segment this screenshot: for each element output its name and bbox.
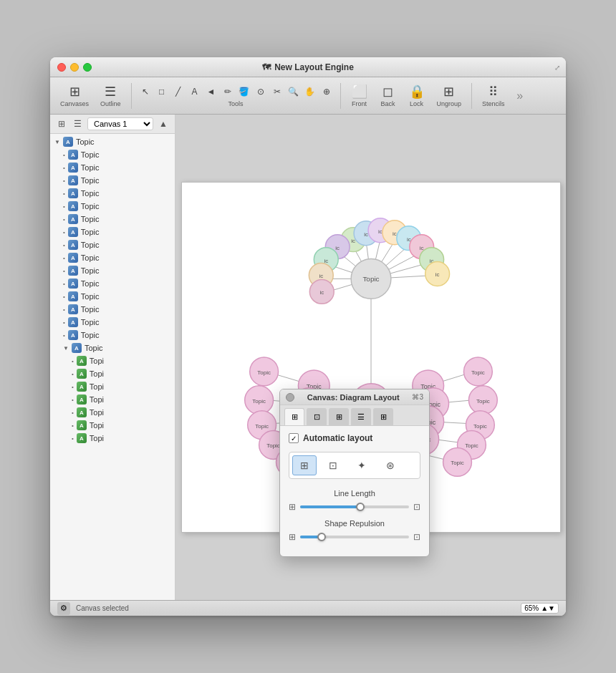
back-button[interactable]: ◻ Back	[375, 82, 401, 110]
svg-text:Topic: Topic	[465, 442, 478, 449]
dialog-tabs: ⊞ ⊡ ⊞ ☰ ⊞	[280, 405, 429, 426]
item-type-icon: A	[68, 317, 78, 327]
sidebar-list-btn[interactable]: ☰	[72, 118, 83, 130]
traffic-lights	[57, 63, 92, 72]
svg-text:Topic: Topic	[476, 398, 490, 405]
list-item[interactable]: • A Topic	[50, 213, 175, 226]
list-item[interactable]: • A Topic	[50, 200, 175, 213]
list-item[interactable]: • A Topic	[50, 238, 175, 251]
item-type-icon: A	[68, 330, 78, 340]
line-tool[interactable]: ╱	[170, 84, 186, 100]
list-item[interactable]: • A Topi	[50, 367, 175, 380]
text-tool[interactable]: A	[187, 84, 203, 100]
back-arrow-tool[interactable]: ◄	[203, 84, 219, 100]
dialog-close-button[interactable]	[286, 393, 294, 402]
resize-icon[interactable]: ⤢	[554, 63, 560, 71]
svg-text:ic: ic	[392, 231, 396, 237]
list-item[interactable]: • A Topi	[50, 393, 175, 406]
list-item[interactable]: • A Topic	[50, 264, 175, 277]
list-item[interactable]: • A Topi	[50, 380, 175, 393]
svg-text:Topic: Topic	[471, 369, 485, 376]
dialog-tab-5[interactable]: ⊞	[373, 408, 393, 425]
close-button[interactable]	[57, 63, 66, 72]
list-item[interactable]: • A Topic	[50, 290, 175, 303]
item-type-icon: A	[63, 137, 73, 147]
bullet-icon: •	[63, 332, 65, 339]
list-item[interactable]: • A Topic	[50, 303, 175, 316]
back-icon: ◻	[382, 84, 393, 100]
list-item[interactable]: • A Topi	[50, 432, 175, 445]
toolbar-sep-2	[340, 83, 341, 109]
line-length-slider-row: ⊞ ⊡	[289, 502, 420, 512]
pan-tool[interactable]: ✋	[302, 84, 318, 100]
list-item[interactable]: • A Topic	[50, 174, 175, 187]
diagram-layout-dialog: Canvas: Diagram Layout ⌘3 ⊞ ⊡ ⊞ ☰ ⊞ ✓ Au…	[279, 389, 430, 557]
dialog-tab-4[interactable]: ☰	[351, 408, 371, 425]
zoom-tool[interactable]: 🔍	[286, 84, 302, 100]
line-length-thumb[interactable]	[356, 503, 365, 511]
list-item[interactable]: ▼ A Topic	[50, 342, 175, 354]
maximize-button[interactable]	[83, 63, 92, 72]
bullet-icon: •	[63, 152, 65, 158]
list-item[interactable]: ▼ A Topic	[50, 135, 175, 148]
scissors-tool[interactable]: ✂	[269, 84, 285, 100]
list-item[interactable]: • A Topi	[50, 406, 175, 419]
sidebar-grid-btn[interactable]: ⊞	[56, 118, 67, 130]
zoom-selector[interactable]: 65% ▲▼	[521, 603, 559, 614]
dialog-tab-3[interactable]: ⊞	[329, 408, 349, 425]
item-type-icon: A	[72, 343, 82, 353]
list-item[interactable]: • A Topic	[50, 316, 175, 329]
svg-text:ic: ic	[435, 271, 439, 278]
auto-layout-checkbox[interactable]: ✓	[289, 433, 299, 443]
list-item[interactable]: • A Topic	[50, 226, 175, 238]
bullet-icon: •	[72, 435, 74, 442]
list-item[interactable]: • A Topic	[50, 277, 175, 290]
auto-layout-row: ✓ Automatic layout	[289, 433, 420, 443]
item-type-icon: A	[77, 407, 87, 417]
layout-icons-group: ⊞ ⊡ ✦ ⊛	[289, 452, 420, 479]
list-item[interactable]: • A Topic	[50, 148, 175, 161]
sidebar: ⊞ ☰ Canvas 1 ▲ ▼ A Topic • A Topic	[50, 115, 175, 600]
svg-text:ic: ic	[335, 245, 340, 251]
layout-icon-2[interactable]: ⊡	[321, 455, 345, 475]
minimize-button[interactable]	[70, 63, 79, 72]
dialog-tab-2[interactable]: ⊡	[307, 408, 327, 425]
select-tool[interactable]: ↖	[138, 84, 153, 100]
list-item[interactable]: • A Topi	[50, 354, 175, 367]
svg-text:ic: ic	[324, 258, 328, 264]
main-content: ⊞ ☰ Canvas 1 ▲ ▼ A Topic • A Topic	[50, 115, 566, 600]
sidebar-header: ⊞ ☰ Canvas 1 ▲	[50, 115, 175, 134]
pencil-tool[interactable]: ✏	[220, 84, 236, 100]
canvases-button[interactable]: ⊞ Canvases	[56, 82, 93, 110]
list-item[interactable]: • A Topi	[50, 419, 175, 432]
list-item[interactable]: • A Topic	[50, 187, 175, 200]
stencils-button[interactable]: ⠿ Stencils	[478, 82, 509, 110]
slider2-max-icon: ⊡	[413, 532, 420, 542]
front-button[interactable]: ⬜ Front	[347, 82, 372, 110]
canvas-area[interactable]: ic ic ic ic ic ic ic ic	[175, 115, 566, 600]
list-item[interactable]: • A Topic	[50, 251, 175, 264]
shape-repulsion-track	[300, 536, 409, 538]
connect-tool[interactable]: ⊕	[319, 84, 335, 100]
stamp-tool[interactable]: ⊙	[253, 84, 269, 100]
statusbar: ⚙ Canvas selected 65% ▲▼	[50, 600, 566, 616]
lock-button[interactable]: 🔒 Lock	[404, 82, 430, 110]
item-type-icon: A	[68, 240, 78, 250]
outline-button[interactable]: ☰ Outline	[96, 82, 125, 110]
dialog-tab-1[interactable]: ⊞	[284, 408, 304, 425]
shape-repulsion-thumb[interactable]	[317, 533, 326, 541]
more-tools-button[interactable]: »	[512, 88, 528, 104]
canvas-selector[interactable]: Canvas 1	[87, 117, 153, 130]
ungroup-button[interactable]: ⊞ Ungroup	[433, 82, 466, 110]
bullet-icon: •	[63, 216, 65, 223]
layout-icon-3[interactable]: ✦	[350, 455, 374, 475]
layout-icon-4[interactable]: ⊛	[378, 455, 403, 475]
list-item[interactable]: • A Topic	[50, 329, 175, 342]
layout-icon-1[interactable]: ⊞	[292, 455, 317, 475]
settings-button[interactable]: ⚙	[57, 602, 70, 615]
bullet-icon: •	[72, 410, 74, 416]
shape-tool[interactable]: □	[154, 84, 170, 100]
sidebar-add-btn[interactable]: ▲	[158, 118, 169, 130]
fill-tool[interactable]: 🪣	[236, 84, 252, 100]
list-item[interactable]: • A Topic	[50, 161, 175, 174]
